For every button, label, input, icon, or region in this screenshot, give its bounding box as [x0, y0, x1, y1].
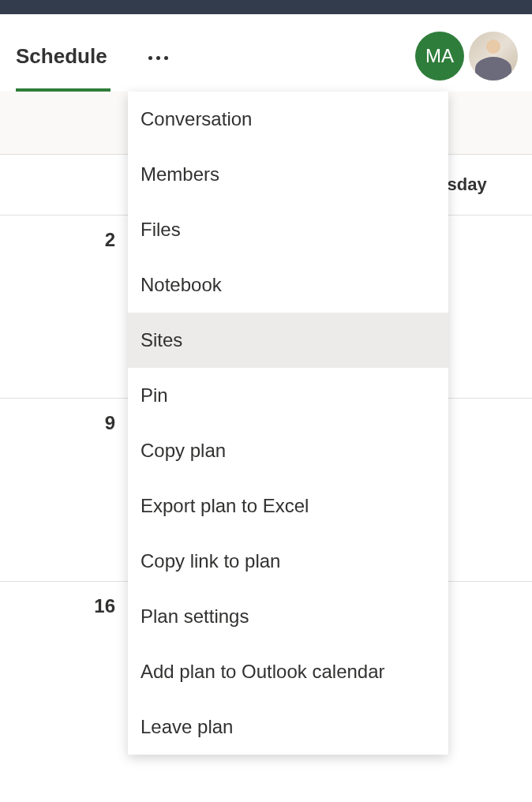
menu-item-conversation[interactable]: Conversation — [128, 92, 448, 147]
date-cell[interactable]: 2 — [0, 215, 126, 398]
app-top-bar — [0, 0, 532, 14]
date-cell[interactable]: 9 — [0, 399, 126, 581]
tab-active-underline — [16, 88, 111, 92]
context-menu: Conversation Members Files Notebook Site… — [128, 92, 448, 755]
menu-item-pin[interactable]: Pin — [128, 368, 448, 423]
menu-item-members[interactable]: Members — [128, 147, 448, 202]
header-row: Schedule MA — [0, 14, 532, 92]
menu-item-export-plan-to-excel[interactable]: Export plan to Excel — [128, 478, 448, 534]
menu-item-plan-settings[interactable]: Plan settings — [128, 589, 448, 644]
menu-item-copy-link-to-plan[interactable]: Copy link to plan — [128, 534, 448, 589]
avatar-initials[interactable]: MA — [415, 32, 464, 81]
menu-item-files[interactable]: Files — [128, 202, 448, 257]
tab-schedule[interactable]: Schedule — [16, 44, 107, 80]
avatar-photo[interactable] — [469, 32, 518, 81]
menu-item-copy-plan[interactable]: Copy plan — [128, 423, 448, 478]
date-cell[interactable]: 16 — [0, 582, 126, 765]
menu-item-leave-plan[interactable]: Leave plan — [128, 699, 448, 755]
menu-item-add-plan-to-outlook-calendar[interactable]: Add plan to Outlook calendar — [128, 644, 448, 699]
more-options-icon[interactable] — [142, 50, 174, 66]
menu-item-notebook[interactable]: Notebook — [128, 257, 448, 313]
menu-item-sites[interactable]: Sites — [128, 313, 448, 368]
